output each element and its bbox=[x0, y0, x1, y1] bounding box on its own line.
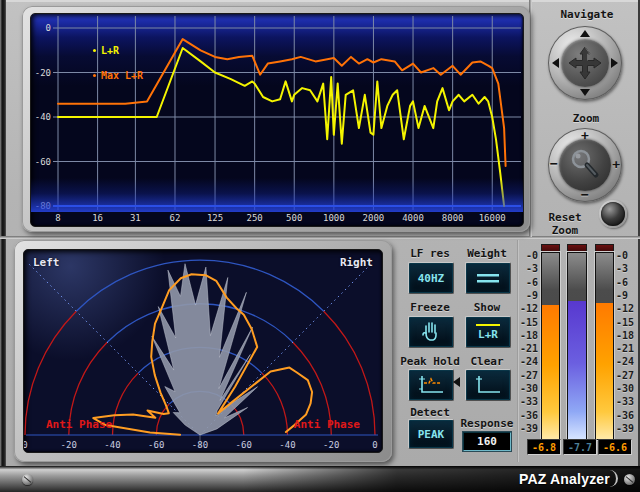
phase-display-bezel: 0-20-40-60-80-60-40-200 Left Right Anti … bbox=[14, 240, 392, 462]
svg-text:16: 16 bbox=[92, 213, 103, 223]
svg-text:-60: -60 bbox=[148, 440, 164, 450]
window-edge-left bbox=[0, 0, 6, 492]
navigate-pad[interactable] bbox=[548, 26, 622, 100]
zoom-out-left-icon[interactable]: − bbox=[550, 156, 558, 171]
reset-zoom-button-bezel bbox=[599, 200, 627, 228]
svg-text:0: 0 bbox=[372, 440, 377, 450]
svg-text:2000: 2000 bbox=[363, 213, 385, 223]
level-meter-right bbox=[595, 252, 614, 440]
zoom-pad-center[interactable] bbox=[559, 139, 611, 191]
meter-scale-tick: -3 bbox=[518, 263, 538, 274]
plugin-title-bar: PAZ Analyzer bbox=[0, 466, 640, 492]
detect-value: PEAK bbox=[418, 428, 445, 441]
legend-label-lr: L+R bbox=[101, 45, 119, 56]
phase-left-label: Left bbox=[33, 256, 60, 269]
anti-phase-left-label: Anti Phase bbox=[46, 418, 112, 431]
navigate-label: Navigate bbox=[552, 8, 622, 21]
plugin-title: PAZ Analyzer bbox=[519, 471, 610, 487]
level-meter-center bbox=[567, 252, 587, 440]
paz-analyzer-window: 0-20-40-60-80816316212525050010002000400… bbox=[0, 0, 640, 492]
lf-res-value: 40HZ bbox=[418, 272, 445, 285]
svg-text:0: 0 bbox=[46, 23, 51, 33]
meter-scale-tick: -12 bbox=[616, 303, 636, 314]
meter-scale-tick: -39 bbox=[518, 423, 538, 434]
waves-logo-icon bbox=[624, 474, 635, 485]
legend-item-max-lr: Max L+R bbox=[93, 70, 143, 81]
svg-text:8: 8 bbox=[55, 213, 60, 223]
svg-text:-20: -20 bbox=[61, 440, 77, 450]
show-trace-color-line bbox=[476, 324, 500, 326]
svg-text:-40: -40 bbox=[35, 112, 51, 122]
legend-label-max-lr: Max L+R bbox=[101, 70, 143, 81]
response-display[interactable]: 160 bbox=[463, 432, 511, 451]
legend-dot-lr bbox=[93, 49, 96, 52]
meter-scale-tick: -27 bbox=[518, 370, 538, 381]
spectrum-noise-floor-glow bbox=[31, 178, 523, 212]
freeze-button[interactable] bbox=[408, 316, 454, 348]
meter-scale-tick: -15 bbox=[616, 317, 636, 328]
svg-text:-40: -40 bbox=[104, 440, 120, 450]
svg-text:31: 31 bbox=[130, 213, 141, 223]
svg-text:-60: -60 bbox=[236, 440, 252, 450]
navigate-pad-center[interactable] bbox=[561, 39, 609, 87]
meter-scale-tick: -0 bbox=[616, 250, 636, 261]
screw-icon-left bbox=[22, 474, 33, 485]
svg-text:1000: 1000 bbox=[323, 213, 345, 223]
four-way-arrow-icon bbox=[561, 39, 609, 87]
meter-scale-tick: -24 bbox=[518, 356, 538, 367]
meter-scale-tick: -36 bbox=[616, 410, 636, 421]
response-value: 160 bbox=[477, 435, 497, 448]
meter-scale-tick: -24 bbox=[616, 356, 636, 367]
weight-button[interactable] bbox=[465, 262, 511, 294]
meter-readout-center[interactable]: -7.7 bbox=[563, 439, 597, 455]
meter-scale-tick: -30 bbox=[616, 383, 636, 394]
meter-scale-tick: -0 bbox=[518, 250, 538, 261]
spectrum-display-bezel: 0-20-40-60-80816316212525050010002000400… bbox=[22, 6, 530, 232]
navigate-left-icon[interactable] bbox=[552, 58, 559, 68]
reset-zoom-label: Reset Zoom bbox=[532, 211, 598, 237]
svg-text:16000: 16000 bbox=[479, 213, 506, 223]
spectrum-display[interactable]: 0-20-40-60-80816316212525050010002000400… bbox=[30, 13, 524, 227]
reset-zoom-button[interactable] bbox=[601, 202, 625, 226]
meter-scale-tick: -18 bbox=[518, 330, 538, 341]
svg-text:125: 125 bbox=[207, 213, 223, 223]
meter-scale-tick: -33 bbox=[518, 396, 538, 407]
anti-phase-right-label: Anti Phase bbox=[294, 418, 360, 431]
svg-text:250: 250 bbox=[247, 213, 263, 223]
peak-hold-button[interactable] bbox=[408, 369, 454, 401]
meter-scale-tick: -15 bbox=[518, 317, 538, 328]
meter-readout-left[interactable]: -6.8 bbox=[527, 439, 561, 455]
clear-button[interactable] bbox=[465, 369, 511, 401]
meter-fill-center bbox=[568, 301, 586, 439]
meter-scale-tick: -12 bbox=[518, 303, 538, 314]
meter-scale-tick: -39 bbox=[616, 423, 636, 434]
meter-scale-tick: -3 bbox=[616, 263, 636, 274]
phase-display[interactable]: 0-20-40-60-80-60-40-200 Left Right Anti … bbox=[23, 249, 383, 453]
meter-scale-tick: -33 bbox=[616, 396, 636, 407]
navigate-up-icon[interactable] bbox=[580, 30, 590, 37]
phase-right-label: Right bbox=[340, 256, 373, 269]
navigate-right-icon[interactable] bbox=[611, 58, 618, 68]
zoom-pad[interactable]: + + − − bbox=[548, 128, 622, 202]
meter-scale-tick: -9 bbox=[518, 290, 538, 301]
meter-fill-right bbox=[596, 303, 613, 439]
meter-fill-left bbox=[542, 305, 559, 439]
magnifier-icon bbox=[559, 139, 611, 191]
lf-res-button[interactable]: 40HZ bbox=[408, 262, 454, 294]
zoom-in-right-icon[interactable]: + bbox=[612, 157, 620, 172]
svg-text:62: 62 bbox=[170, 213, 181, 223]
meter-scale-tick: -36 bbox=[518, 410, 538, 421]
svg-text:4000: 4000 bbox=[402, 213, 424, 223]
legend-dot-max-lr bbox=[93, 74, 96, 77]
navigate-down-icon[interactable] bbox=[580, 89, 590, 96]
left-arrow-icon[interactable] bbox=[453, 377, 460, 387]
show-button[interactable]: L+R bbox=[465, 316, 511, 348]
meter-readout-right[interactable]: -6.6 bbox=[598, 439, 632, 455]
svg-text:-20: -20 bbox=[35, 68, 51, 78]
svg-text:-60: -60 bbox=[35, 157, 51, 167]
svg-text:500: 500 bbox=[286, 213, 302, 223]
show-value: L+R bbox=[478, 328, 498, 341]
meter-scale-tick: -21 bbox=[518, 343, 538, 354]
meter-scale-tick: -9 bbox=[616, 290, 636, 301]
meter-scale-tick: -6 bbox=[518, 277, 538, 288]
